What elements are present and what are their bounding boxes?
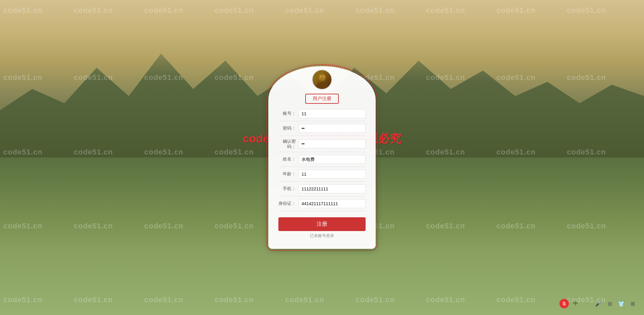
svg-point-3 [320, 75, 322, 78]
phone-row: 手机： [278, 184, 366, 196]
account-label: 账号： [278, 111, 299, 117]
id-card-label: 身份证： [278, 201, 299, 207]
toolbar-bottom-right: S 中 · 🎤 ⊞ 👕 ⊠ [559, 299, 637, 308]
password-input[interactable] [299, 124, 366, 133]
s-icon[interactable]: S [559, 299, 569, 308]
toolbar-icon-2[interactable]: · [582, 299, 592, 308]
fullname-label: 姓名： [278, 156, 299, 162]
confirm-password-input[interactable] [299, 139, 366, 148]
confirm-password-label: 确认密码： [278, 139, 299, 149]
account-input[interactable] [299, 109, 366, 118]
age-input[interactable] [299, 170, 366, 179]
register-button[interactable]: 注册 [278, 217, 366, 231]
toolbar-icon-6[interactable]: ⊠ [628, 299, 637, 308]
avatar-wrap [278, 70, 366, 90]
password-row: 密码： [278, 124, 366, 136]
avatar [312, 70, 332, 90]
toolbar-icon-1[interactable]: 中 [571, 299, 580, 308]
age-row: 年龄： [278, 170, 366, 182]
login-link[interactable]: 已有账号登录 [278, 233, 366, 239]
confirm-password-row: 确认密码： [278, 139, 366, 152]
password-label: 密码： [278, 126, 299, 131]
title-area: 用户注册 [278, 94, 366, 104]
id-card-input[interactable] [299, 199, 366, 208]
toolbar-icon-3[interactable]: 🎤 [594, 299, 603, 308]
toolbar-icon-5[interactable]: 👕 [616, 299, 626, 308]
age-label: 年龄： [278, 171, 299, 177]
account-row: 账号： [278, 109, 366, 121]
card-wrapper: 用户注册 账号： 密码： 确认密码： 姓名： 年龄： 手机： [268, 66, 376, 249]
toolbar-icon-4[interactable]: ⊞ [605, 299, 614, 308]
svg-point-4 [323, 75, 325, 78]
fullname-row: 姓名： [278, 155, 366, 167]
svg-point-1 [316, 82, 328, 88]
phone-input[interactable] [299, 184, 366, 193]
id-card-row: 身份证： [278, 199, 366, 211]
fullname-input[interactable] [299, 155, 366, 164]
phone-label: 手机： [278, 186, 299, 192]
register-title-button[interactable]: 用户注册 [305, 94, 339, 104]
register-card: 用户注册 账号： 密码： 确认密码： 姓名： 年龄： 手机： [268, 66, 376, 249]
